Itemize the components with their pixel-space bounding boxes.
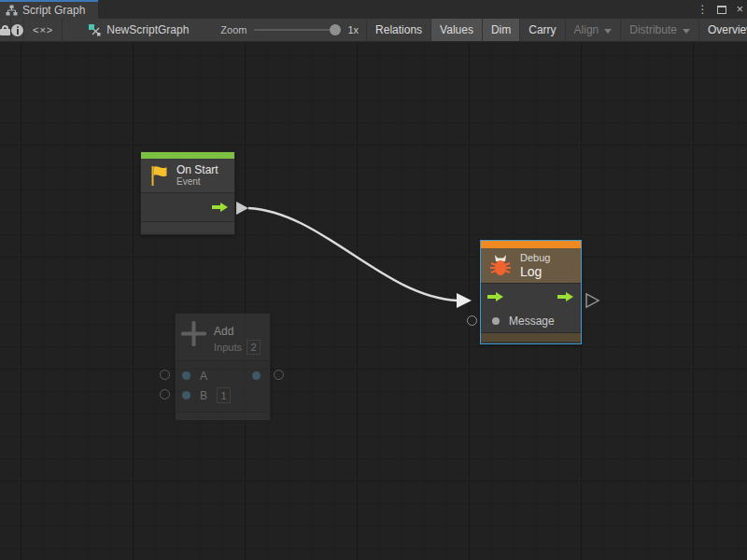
carry-button[interactable]: Carry xyxy=(520,19,565,41)
flag-icon xyxy=(148,164,169,188)
relations-label: Relations xyxy=(375,23,422,36)
code-icon: <×> xyxy=(33,24,53,35)
on-start-footer xyxy=(141,222,234,232)
script-graph-window: Script Graph ⋮ × <×> NewScriptGraph Zo xyxy=(0,0,747,560)
node-debug-log[interactable]: Debug Log Message xyxy=(480,240,582,344)
relations-button[interactable]: Relations xyxy=(367,19,431,41)
message-external-port[interactable] xyxy=(467,315,477,326)
control-wire[interactable] xyxy=(248,208,458,301)
title-bar: Script Graph ⋮ × xyxy=(0,0,747,19)
debug-output-connector-icon[interactable] xyxy=(586,294,599,307)
flow-output-port[interactable] xyxy=(212,202,229,213)
add-output-external-port[interactable] xyxy=(274,370,284,380)
input-port-b[interactable] xyxy=(182,391,190,399)
distribute-label: Distribute xyxy=(629,23,677,36)
on-start-header[interactable]: On Start Event xyxy=(141,159,234,192)
inputs-row: Inputs 2 xyxy=(214,340,261,355)
port-b-value-field[interactable]: 1 xyxy=(217,387,231,403)
graph-toolbar: <×> NewScriptGraph Zoom 1x Relations Val… xyxy=(0,19,747,42)
node-title: On Start xyxy=(176,163,218,176)
overview-button[interactable]: Overview xyxy=(699,19,747,41)
node-subtitle: Debug xyxy=(520,252,550,264)
zoom-value: 1x xyxy=(347,24,359,35)
carry-label: Carry xyxy=(529,23,556,36)
graph-asset-name: NewScriptGraph xyxy=(106,23,189,36)
info-button[interactable] xyxy=(11,19,24,41)
port-b-label: B xyxy=(200,389,207,402)
add-body: A B 1 xyxy=(176,360,270,412)
input-port-a[interactable] xyxy=(182,371,190,380)
graph-asset-selector[interactable]: NewScriptGraph xyxy=(79,19,198,41)
inputs-count-field[interactable]: 2 xyxy=(247,340,261,355)
chevron-down-icon xyxy=(604,29,612,34)
event-accent-strip xyxy=(141,152,234,159)
zoom-slider[interactable] xyxy=(254,29,340,31)
distribute-dropdown[interactable]: Distribute xyxy=(621,19,699,41)
graph-canvas[interactable]: On Start Event xyxy=(0,42,747,560)
port-row-b: B 1 xyxy=(176,385,270,405)
debug-flow-row xyxy=(481,284,581,309)
tab-title: Script Graph xyxy=(22,4,85,17)
on-start-titles: On Start Event xyxy=(176,163,218,188)
node-add[interactable]: Add Inputs 2 A B 1 xyxy=(175,313,271,415)
message-value-port[interactable] xyxy=(492,317,500,325)
wire-end-arrow-icon xyxy=(457,293,472,308)
message-port-label: Message xyxy=(509,315,555,328)
debug-log-header[interactable]: Debug Log xyxy=(481,248,581,283)
wire-start-arrow-icon xyxy=(236,202,248,215)
script-graph-asset-icon xyxy=(89,24,101,36)
window-menu-icon[interactable]: ⋮ xyxy=(697,0,708,19)
align-dropdown[interactable]: Align xyxy=(566,19,622,41)
debug-log-titles: Debug Log xyxy=(520,252,550,279)
node-on-start[interactable]: On Start Event xyxy=(140,151,235,235)
edit-script-button[interactable]: <×> xyxy=(24,19,63,41)
overview-label: Overview xyxy=(708,23,747,36)
values-label: Values xyxy=(440,23,473,36)
zoom-control: Zoom 1x xyxy=(213,19,367,41)
add-footer xyxy=(176,412,270,420)
values-button[interactable]: Values xyxy=(431,19,483,41)
add-titles: Add Inputs 2 xyxy=(214,325,261,355)
zoom-slider-handle[interactable] xyxy=(330,24,341,35)
plus-icon xyxy=(181,321,206,346)
info-icon xyxy=(11,24,23,36)
lock-icon xyxy=(0,25,10,35)
node-subtitle: Inputs xyxy=(214,342,242,353)
window-controls: ⋮ × xyxy=(697,0,743,19)
tab-script-graph[interactable]: Script Graph xyxy=(0,0,98,19)
port-row-a: A xyxy=(176,366,270,385)
node-title: Log xyxy=(520,264,550,279)
dim-label: Dim xyxy=(491,23,511,36)
maximize-icon[interactable] xyxy=(717,6,726,14)
wire-layer xyxy=(0,42,747,560)
dim-button[interactable]: Dim xyxy=(483,19,520,41)
debug-footer xyxy=(481,332,581,342)
add-header[interactable]: Add Inputs 2 xyxy=(176,314,270,360)
chevron-down-icon xyxy=(683,29,690,34)
align-label: Align xyxy=(574,23,599,36)
flow-output-port[interactable] xyxy=(557,291,574,302)
message-port-row: Message xyxy=(481,309,581,332)
graph-hierarchy-icon xyxy=(6,5,18,16)
zoom-label: Zoom xyxy=(220,24,247,35)
node-title: Add xyxy=(214,325,261,338)
node-subtitle: Event xyxy=(176,176,218,188)
add-a-external-port[interactable] xyxy=(160,370,170,380)
bug-icon xyxy=(488,254,513,277)
add-b-external-port[interactable] xyxy=(160,389,170,399)
close-icon[interactable]: × xyxy=(736,0,743,19)
on-start-flow-row xyxy=(141,193,234,221)
flow-input-port[interactable] xyxy=(487,291,504,302)
lock-button[interactable] xyxy=(0,19,11,41)
debug-accent-strip xyxy=(481,241,581,248)
port-a-label: A xyxy=(200,370,207,383)
output-port-sum[interactable] xyxy=(252,371,261,380)
